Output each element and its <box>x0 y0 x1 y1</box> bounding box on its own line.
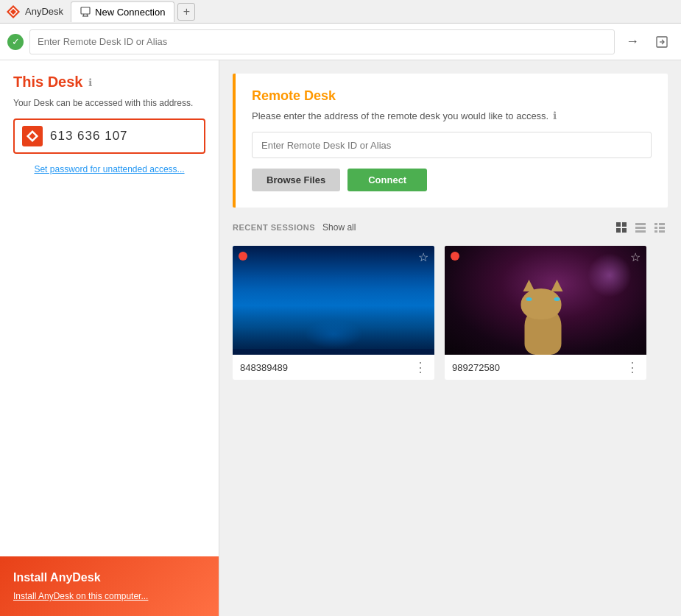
svg-rect-17 <box>635 230 646 233</box>
list-view-icon-1 <box>635 222 646 233</box>
svg-rect-20 <box>654 227 657 229</box>
session-star-1[interactable]: ☆ <box>418 250 428 264</box>
set-password-link[interactable]: Set password for unattended access... <box>13 163 205 176</box>
titlebar: AnyDesk New Connection + <box>0 0 681 24</box>
session-menu-1[interactable]: ⋮ <box>414 361 427 374</box>
remote-id-input[interactable] <box>252 132 652 158</box>
remote-desk-title: Remote Desk <box>252 88 652 104</box>
svg-rect-18 <box>654 223 657 225</box>
view-toggles <box>613 219 668 236</box>
svg-rect-3 <box>81 7 90 14</box>
recent-sessions: RECENT SESSIONS Show all <box>219 208 681 380</box>
export-icon <box>655 35 668 49</box>
session-footer-1: 848389489 ⋮ <box>233 355 434 380</box>
session-footer-2: 989272580 ⋮ <box>445 355 646 380</box>
install-title: Install AnyDesk <box>13 571 205 584</box>
sessions-grid: ☆ 848389489 ⋮ <box>233 246 668 380</box>
svg-rect-23 <box>659 230 665 233</box>
svg-rect-19 <box>659 223 665 225</box>
session-status-dot-2 <box>451 252 459 261</box>
this-desk-header: This Desk ℹ <box>13 74 205 91</box>
content-area: Remote Desk Please enter the address of … <box>219 60 681 616</box>
desk-id-number: 613 636 107 <box>50 129 128 144</box>
this-desk-section: This Desk ℹ Your Desk can be accessed wi… <box>0 60 219 188</box>
remote-desk-info-icon[interactable]: ℹ <box>553 110 557 121</box>
svg-rect-22 <box>654 230 657 233</box>
session-thumbnail-2: ☆ <box>445 246 646 355</box>
remote-actions: Browse Files Connect <box>252 169 652 191</box>
svg-rect-21 <box>659 227 665 229</box>
toolbar-remote-id-input[interactable] <box>29 29 615 54</box>
remote-desk-card: Remote Desk Please enter the address of … <box>233 74 668 208</box>
session-id-2: 989272580 <box>452 362 500 373</box>
cat-thumbnail <box>445 246 646 355</box>
anydesk-logo <box>6 4 21 19</box>
session-status-dot-1 <box>239 252 247 261</box>
remote-desk-description: Please enter the address of the remote d… <box>252 110 652 121</box>
session-star-2[interactable]: ☆ <box>630 250 641 264</box>
cat-glow <box>588 253 632 297</box>
toolbar: ✓ → <box>0 24 681 60</box>
this-desk-title: This Desk <box>13 74 82 91</box>
arrow-right-icon: → <box>626 34 639 49</box>
app-name-label: AnyDesk <box>25 6 63 17</box>
session-id-1: 848389489 <box>240 362 288 373</box>
svg-rect-14 <box>622 228 627 233</box>
this-desk-info-icon[interactable]: ℹ <box>88 77 92 88</box>
browse-files-button[interactable]: Browse Files <box>252 169 340 191</box>
session-menu-2[interactable]: ⋮ <box>626 361 639 374</box>
windows-thumbnail <box>233 246 434 355</box>
session-thumbnail-1: ☆ <box>233 246 434 355</box>
win-glow <box>304 319 363 349</box>
desk-id-icon <box>22 126 43 146</box>
connect-button[interactable]: Connect <box>347 169 427 191</box>
list-view-button-2[interactable] <box>652 219 668 236</box>
desk-id-logo <box>26 130 39 143</box>
recent-sessions-label: RECENT SESSIONS <box>233 223 315 232</box>
list-view-icon-2 <box>654 222 666 233</box>
install-section: Install AnyDesk Install AnyDesk on this … <box>0 556 219 616</box>
win-taskbar <box>233 349 434 355</box>
active-tab[interactable]: New Connection <box>71 1 174 22</box>
grid-view-icon <box>615 222 627 233</box>
sidebar: This Desk ℹ Your Desk can be accessed wi… <box>0 60 219 616</box>
recent-sessions-header: RECENT SESSIONS Show all <box>233 219 668 236</box>
monitor-icon <box>80 7 91 17</box>
toolbar-export-button[interactable] <box>650 30 674 54</box>
tab-label: New Connection <box>95 7 165 18</box>
this-desk-description: Your Desk can be accessed with this addr… <box>13 96 205 110</box>
sidebar-spacer <box>0 188 219 556</box>
show-all-link[interactable]: Show all <box>322 222 356 233</box>
svg-rect-11 <box>616 222 621 227</box>
install-link[interactable]: Install AnyDesk on this computer... <box>13 591 148 601</box>
desk-id-box: 613 636 107 <box>13 118 205 154</box>
svg-rect-13 <box>616 228 621 233</box>
add-tab-button[interactable]: + <box>177 3 195 21</box>
grid-view-button[interactable] <box>613 219 629 236</box>
svg-rect-12 <box>622 222 627 227</box>
main-layout: This Desk ℹ Your Desk can be accessed wi… <box>0 60 681 616</box>
toolbar-connect-button[interactable]: → <box>621 30 644 54</box>
list-view-button-1[interactable] <box>632 219 649 236</box>
session-card-2[interactable]: ☆ 989272580 ⋮ <box>445 246 646 380</box>
session-card-1[interactable]: ☆ 848389489 ⋮ <box>233 246 434 380</box>
svg-rect-16 <box>635 227 646 229</box>
svg-rect-15 <box>635 223 646 225</box>
connection-status-icon: ✓ <box>7 34 24 50</box>
